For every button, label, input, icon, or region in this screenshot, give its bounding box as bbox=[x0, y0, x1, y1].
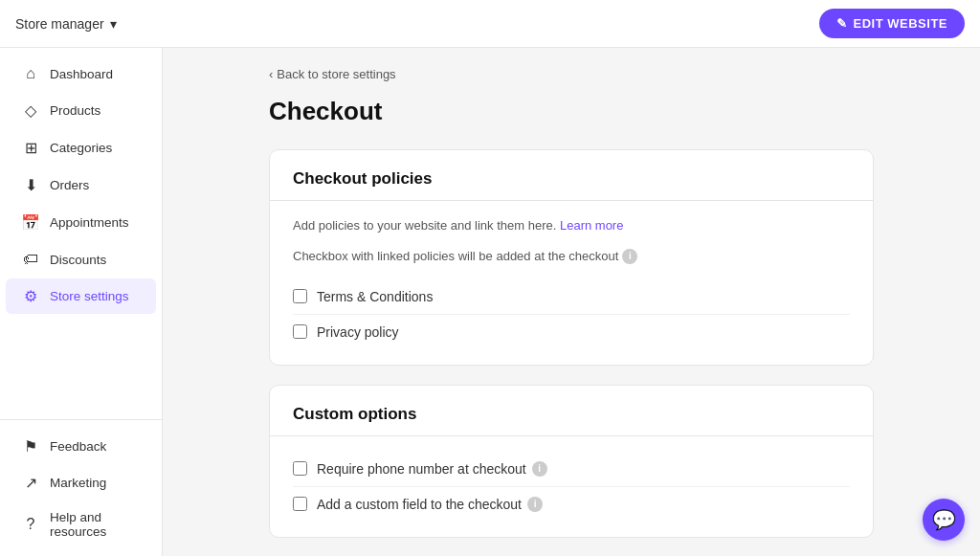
chevron-down-icon: ▾ bbox=[110, 16, 117, 32]
main-inner: ‹ Back to store settings Checkout Checko… bbox=[246, 48, 897, 556]
chat-bubble[interactable]: 💬 bbox=[923, 499, 965, 541]
sidebar-item-label: Marketing bbox=[50, 476, 106, 490]
checkout-policies-desc: Add policies to your website and link th… bbox=[293, 216, 850, 235]
edit-website-button[interactable]: ✎ EDIT WEBSITE bbox=[819, 9, 965, 38]
privacy-checkbox[interactable] bbox=[293, 324, 307, 339]
sidebar-item-dashboard[interactable]: ⌂ Dashboard bbox=[6, 56, 156, 91]
store-settings-icon: ⚙ bbox=[21, 287, 40, 305]
back-link-label: Back to store settings bbox=[277, 67, 395, 81]
page-title: Checkout bbox=[269, 97, 874, 126]
custom-field-checkbox-item: Add a custom field to the checkout i bbox=[293, 487, 850, 522]
edit-website-label: EDIT WEBSITE bbox=[854, 16, 947, 31]
sidebar-item-marketing[interactable]: ↗ Marketing bbox=[6, 465, 156, 500]
sidebar-item-label: Feedback bbox=[50, 439, 106, 454]
checkout-policies-card: Checkout policies Add policies to your w… bbox=[269, 149, 874, 366]
sidebar-item-label: Orders bbox=[50, 178, 89, 192]
checkout-policies-title: Checkout policies bbox=[270, 150, 873, 201]
sidebar-bottom: ⚑ Feedback ↗ Marketing ? Help and resour… bbox=[0, 419, 162, 548]
privacy-checkbox-item: Privacy policy bbox=[293, 315, 850, 349]
app-layout: ⌂ Dashboard ◇ Products ⊞ Categories ⬇ Or… bbox=[0, 48, 980, 556]
store-manager-label: Store manager bbox=[15, 16, 104, 32]
sidebar-item-discounts[interactable]: 🏷 Discounts bbox=[6, 242, 156, 277]
sidebar-item-label: Help and resources bbox=[50, 510, 141, 539]
back-link[interactable]: ‹ Back to store settings bbox=[269, 67, 874, 81]
help-icon: ? bbox=[21, 516, 40, 533]
appointments-icon: 📅 bbox=[21, 213, 40, 232]
products-icon: ◇ bbox=[21, 101, 40, 120]
sidebar-item-appointments[interactable]: 📅 Appointments bbox=[6, 205, 156, 240]
custom-options-body: Require phone number at checkout i Add a… bbox=[270, 436, 873, 537]
custom-options-title: Custom options bbox=[270, 386, 873, 436]
feedback-icon: ⚑ bbox=[21, 437, 40, 456]
custom-field-label[interactable]: Add a custom field to the checkout i bbox=[317, 497, 543, 512]
back-chevron-icon: ‹ bbox=[269, 67, 273, 81]
sidebar-item-label: Products bbox=[50, 103, 100, 118]
terms-label[interactable]: Terms & Conditions bbox=[317, 289, 433, 304]
terms-checkbox[interactable] bbox=[293, 289, 307, 303]
sidebar: ⌂ Dashboard ◇ Products ⊞ Categories ⬇ Or… bbox=[0, 48, 163, 556]
custom-field-checkbox[interactable] bbox=[293, 497, 307, 511]
privacy-label[interactable]: Privacy policy bbox=[317, 324, 399, 340]
categories-icon: ⊞ bbox=[21, 139, 40, 157]
discounts-icon: 🏷 bbox=[21, 251, 40, 268]
sidebar-item-help[interactable]: ? Help and resources bbox=[6, 501, 156, 547]
sidebar-item-orders[interactable]: ⬇ Orders bbox=[6, 167, 156, 203]
learn-more-link[interactable]: Learn more bbox=[560, 218, 623, 233]
checkout-policies-sub: Checkbox with linked policies will be ad… bbox=[293, 249, 850, 264]
dashboard-icon: ⌂ bbox=[21, 65, 40, 82]
sidebar-item-label: Discounts bbox=[50, 253, 106, 267]
orders-icon: ⬇ bbox=[21, 176, 40, 194]
phone-checkbox-item: Require phone number at checkout i bbox=[293, 452, 850, 487]
phone-info-icon[interactable]: i bbox=[532, 461, 547, 477]
main-content: ‹ Back to store settings Checkout Checko… bbox=[163, 48, 980, 556]
sidebar-item-store-settings[interactable]: ⚙ Store settings bbox=[6, 278, 156, 314]
terms-checkbox-item: Terms & Conditions bbox=[293, 279, 850, 315]
store-manager-button[interactable]: Store manager ▾ bbox=[15, 16, 117, 32]
info-icon[interactable]: i bbox=[622, 249, 637, 264]
sidebar-item-feedback[interactable]: ⚑ Feedback bbox=[6, 429, 156, 464]
phone-checkbox[interactable] bbox=[293, 461, 307, 476]
sidebar-item-categories[interactable]: ⊞ Categories bbox=[6, 130, 156, 166]
topbar: Store manager ▾ ✎ EDIT WEBSITE bbox=[0, 0, 980, 48]
sidebar-item-label: Appointments bbox=[50, 215, 129, 230]
checkout-policies-body: Add policies to your website and link th… bbox=[270, 201, 873, 365]
phone-label[interactable]: Require phone number at checkout i bbox=[317, 461, 547, 477]
custom-field-info-icon[interactable]: i bbox=[527, 497, 543, 512]
custom-options-card: Custom options Require phone number at c… bbox=[269, 385, 874, 538]
chat-icon: 💬 bbox=[932, 508, 956, 531]
pencil-icon: ✎ bbox=[836, 16, 848, 31]
sidebar-item-label: Store settings bbox=[50, 289, 129, 303]
marketing-icon: ↗ bbox=[21, 474, 40, 492]
sidebar-item-label: Categories bbox=[50, 141, 112, 155]
sidebar-item-label: Dashboard bbox=[50, 67, 113, 81]
sidebar-item-products[interactable]: ◇ Products bbox=[6, 93, 156, 128]
